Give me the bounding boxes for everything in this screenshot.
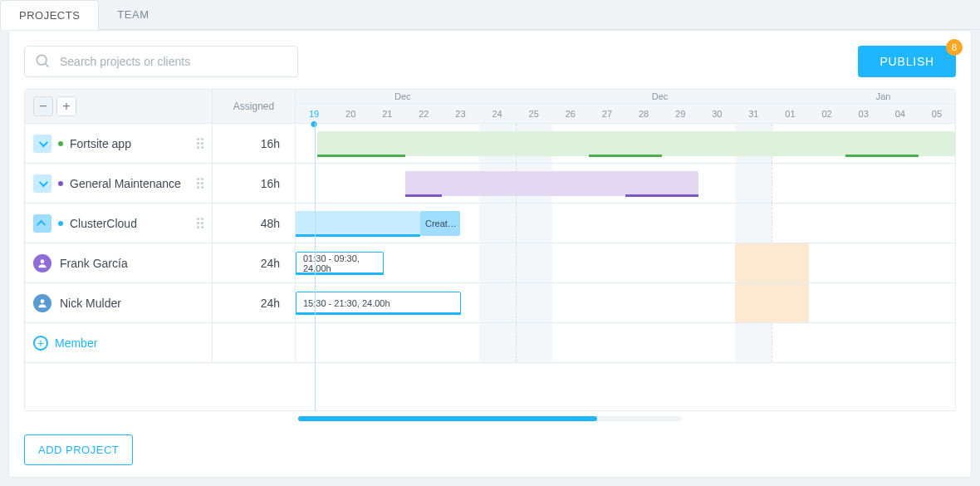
project-assigned: 16h [213, 164, 296, 203]
allocation-segment [589, 155, 662, 157]
highlight-block [735, 243, 808, 282]
drag-handle-icon[interactable] [197, 138, 203, 149]
add-member-label: Member [55, 336, 97, 350]
day-23[interactable]: 23 [442, 109, 478, 119]
member-row: Nick Mulder24h15:30 - 21:30, 24.00h [25, 283, 955, 323]
add-project-button[interactable]: ADD PROJECT [24, 434, 133, 465]
month-label: Jan [876, 91, 891, 101]
day-21[interactable]: 21 [369, 109, 405, 119]
member-row: Frank García24h01:30 - 09:30, 24.00h [25, 243, 955, 283]
project-assigned: 48h [213, 204, 296, 243]
day-31[interactable]: 31 [735, 109, 772, 119]
day-05[interactable]: 05 [919, 109, 955, 119]
app-root: PROJECTS TEAM PUBLISH 8 − + Assigned [0, 0, 980, 486]
search-icon [34, 52, 51, 69]
day-27[interactable]: 27 [589, 109, 625, 119]
day-04[interactable]: 04 [882, 109, 919, 119]
grid-body: Fortsite app16hGeneral Maintenance16hClu… [25, 124, 955, 363]
member-timeline[interactable]: 15:30 - 21:30, 24.00h [296, 283, 955, 322]
search-input[interactable] [24, 46, 298, 77]
person-icon [37, 297, 48, 309]
tab-projects[interactable]: PROJECTS [0, 0, 99, 30]
allocation-segment [845, 155, 919, 157]
day-01[interactable]: 01 [772, 109, 808, 119]
svg-line-1 [46, 64, 49, 67]
week-divider [772, 164, 772, 203]
publish-wrap: PUBLISH 8 [858, 46, 956, 77]
member-assigned: 24h [213, 283, 296, 322]
project-left: Fortsite app [25, 124, 213, 163]
week-divider [516, 204, 517, 243]
day-29[interactable]: 29 [662, 109, 698, 119]
day-26[interactable]: 26 [552, 109, 589, 119]
chevron-down-icon [39, 137, 48, 146]
add-member-row[interactable]: +Member [25, 323, 955, 363]
main-card: PUBLISH 8 − + Assigned DecDecJan 1920212… [8, 30, 972, 478]
project-name[interactable]: General Maintenance [70, 177, 190, 190]
project-timeline[interactable] [296, 164, 955, 203]
member-left: Frank García [25, 243, 213, 282]
day-02[interactable]: 02 [809, 109, 845, 119]
chevron-down-icon [39, 177, 48, 186]
project-bar[interactable] [405, 171, 698, 196]
person-icon [37, 258, 48, 269]
grid-header: − + Assigned DecDecJan 19202122232425262… [25, 90, 955, 124]
project-name[interactable]: Fortsite app [70, 137, 190, 150]
tab-bar: PROJECTS TEAM [0, 0, 980, 30]
day-20[interactable]: 20 [332, 109, 369, 119]
project-color-dot [58, 181, 63, 186]
day-28[interactable]: 28 [625, 109, 662, 119]
scroll-thumb[interactable] [298, 416, 597, 421]
project-row-fortsite: Fortsite app16h [25, 124, 955, 164]
create-task-stub[interactable]: Creat… [420, 211, 461, 236]
member-timeline[interactable]: 01:30 - 09:30, 24.00h [296, 243, 955, 282]
avatar[interactable] [33, 254, 51, 272]
member-name[interactable]: Frank García [60, 257, 203, 270]
shift-block[interactable]: 15:30 - 21:30, 24.00h [296, 292, 461, 315]
expand-toggle[interactable] [33, 174, 51, 193]
schedule-grid: − + Assigned DecDecJan 19202122232425262… [24, 89, 956, 411]
highlight-block [735, 283, 808, 322]
weekend-block [735, 204, 772, 243]
add-member-assigned [213, 323, 296, 362]
day-03[interactable]: 03 [845, 109, 882, 119]
expand-toggle[interactable] [33, 214, 51, 233]
day-22[interactable]: 22 [405, 109, 442, 119]
expand-toggle[interactable] [33, 135, 51, 153]
week-divider [516, 283, 517, 322]
member-left: Nick Mulder [25, 283, 213, 322]
member-name[interactable]: Nick Mulder [60, 297, 203, 310]
shift-block[interactable]: 01:30 - 09:30, 24.00h [296, 252, 384, 275]
collapse-all-button[interactable]: − [33, 96, 53, 116]
allocation-segment [625, 194, 698, 197]
project-bar[interactable] [317, 131, 955, 156]
drag-handle-icon[interactable] [197, 178, 203, 189]
add-member-left[interactable]: +Member [25, 323, 213, 362]
project-row-cluster: ClusterCloud48hCreat… [25, 204, 955, 243]
drag-handle-icon[interactable] [197, 218, 203, 228]
project-timeline[interactable] [296, 124, 955, 163]
timeline-scrollbar[interactable] [298, 416, 682, 421]
card-top-bar: PUBLISH 8 [24, 46, 956, 77]
publish-button[interactable]: PUBLISH [858, 46, 956, 77]
day-25[interactable]: 25 [516, 109, 552, 119]
today-line [315, 123, 316, 410]
chevron-up-icon [37, 219, 46, 228]
project-color-dot [58, 141, 63, 146]
day-30[interactable]: 30 [698, 109, 735, 119]
week-divider [516, 243, 517, 282]
expand-all-button[interactable]: + [56, 96, 76, 116]
header-left: − + [25, 90, 213, 123]
day-19[interactable]: 19 [296, 109, 332, 119]
tab-team[interactable]: TEAM [99, 0, 167, 29]
project-name[interactable]: ClusterCloud [70, 217, 190, 230]
avatar[interactable] [33, 294, 51, 312]
day-24[interactable]: 24 [479, 109, 516, 119]
week-divider [516, 323, 517, 362]
project-timeline[interactable]: Creat… [296, 204, 955, 243]
svg-point-0 [37, 55, 47, 65]
project-row-maint: General Maintenance16h [25, 164, 955, 204]
plus-circle-icon: + [33, 336, 48, 351]
project-assigned: 16h [213, 124, 296, 163]
header-timeline: DecDecJan 192021222324252627282930310102… [296, 90, 955, 123]
